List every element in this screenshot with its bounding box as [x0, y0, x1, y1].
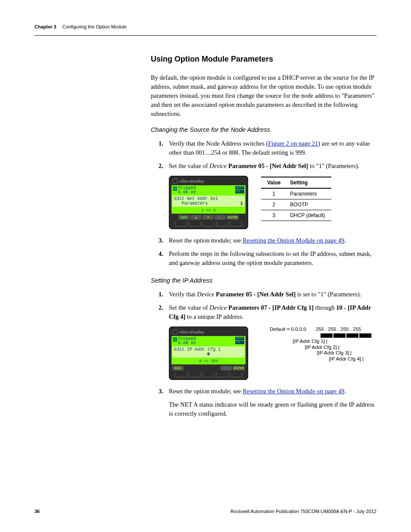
header-rule: [34, 35, 377, 36]
table-row: 1Parameters: [261, 188, 331, 199]
edit-panel: Edit IP Addr Cfg 1 0: [172, 346, 245, 358]
badge-auto: AUTO: [235, 186, 244, 190]
section-heading: Using Option Module Parameters: [151, 55, 377, 64]
him-brand-row: Allen-Bradley: [171, 329, 246, 336]
running-header: Chapter 3 Configuring the Option Module: [34, 24, 377, 29]
him-screen: Stopped 0.00 Hz AUTO F 0 Edit Net Addr S…: [171, 185, 246, 214]
ip-cfg-1-label: [IP Addr Cfg 1]: [270, 339, 325, 345]
nav-range: 0 << 255: [171, 358, 246, 364]
figure-2-link[interactable]: Figure 2 on page 21: [268, 140, 318, 147]
ip-cfg-4-label: [IP Addr Cfg 4]: [270, 356, 361, 362]
subsection-heading-ip-address: Setting the IP Address: [151, 277, 377, 284]
step-2: Set the value of Device Parameters 07 - …: [159, 303, 377, 321]
col-value: Value: [261, 177, 286, 188]
step-1: Verify that Device Parameter 05 - [Net A…: [159, 290, 377, 299]
steps-list-2b: Reset the option module; see Resetting t…: [159, 387, 377, 418]
phys-key: [202, 222, 215, 227]
nav-range: 1 << 3: [171, 208, 246, 214]
step-3: Reset the option module; see Resetting t…: [159, 387, 377, 418]
page: Chapter 3 Configuring the Option Module …: [0, 0, 411, 532]
page-footer: 36 Rockwell Automation Publication 750CO…: [34, 509, 377, 514]
badge-f0: F 0: [235, 341, 244, 344]
main-content: Using Option Module Parameters By defaul…: [151, 55, 377, 418]
down-button[interactable]: ▼: [202, 215, 214, 220]
phys-key: [175, 373, 187, 377]
esc-button[interactable]: ESC: [178, 215, 190, 220]
panel-line-1: Edit Net Addr Sel: [174, 196, 243, 201]
brand-label: Allen-Bradley: [179, 179, 204, 184]
step-2: Set the value of Device Parameter 05 - […: [159, 162, 377, 171]
freq-text: 0.00 Hz: [178, 341, 196, 345]
phys-key: [230, 373, 242, 377]
subsection-heading-node-address: Changing the Source for the Node Address: [151, 126, 377, 133]
left-button[interactable]: ←: [215, 215, 226, 220]
him-physical-keys: [171, 220, 246, 227]
ip-cfg-3-label: [IP Addr Cfg 3]: [270, 350, 349, 356]
him-device-2: Allen-Bradley Stopped 0.00 Hz AUTO: [169, 327, 248, 380]
status-icon: [173, 337, 177, 342]
ip-address-diagram: Default = 0.0.0.0 255 . 255 . 255 . 255 …: [261, 327, 371, 362]
step-3-note: The NET A status indicator will be stead…: [169, 400, 377, 418]
default-label: Default = 0.0.0.0: [270, 327, 306, 333]
status-icon: [173, 187, 177, 191]
brand-logo-icon: [172, 329, 178, 335]
step-4: Perform the steps in the following subse…: [159, 249, 377, 268]
reset-module-link-2[interactable]: Resetting the Option Module on page 49: [243, 388, 344, 395]
figure-row-2: Allen-Bradley Stopped 0.00 Hz AUTO: [169, 327, 377, 380]
him-softkeys: ESC ← ENTER: [171, 364, 246, 371]
step-3: Reset the option module; see Resetting t…: [159, 236, 377, 245]
table-row: 3DHCP (default): [261, 210, 331, 221]
phys-key: [216, 222, 228, 227]
reset-module-link[interactable]: Resetting the Option Module on page 49: [243, 237, 344, 244]
phys-key: [189, 222, 201, 227]
esc-button[interactable]: ESC: [172, 366, 184, 370]
him-brand-row: Allen-Bradley: [171, 178, 246, 185]
phys-key: [202, 373, 215, 377]
phys-key: [175, 222, 187, 227]
value-setting-table: Value Setting 1Parameters 2BOOTP 3DHCP (…: [261, 177, 331, 221]
him-device-1: Allen-Bradley Stopped 0.00 Hz AUTO: [169, 176, 248, 229]
panel-value: 1: [240, 201, 243, 206]
brand-logo-icon: [172, 178, 178, 184]
col-setting: Setting: [286, 177, 331, 188]
him-screen: Stopped 0.00 Hz AUTO F 0 Edit IP Addr Cf…: [171, 336, 246, 364]
steps-list-1b: Reset the option module; see Resetting t…: [159, 236, 377, 268]
him-physical-keys: [171, 371, 246, 378]
steps-list-1: Verify that the Node Address switches (F…: [159, 139, 377, 171]
figure-row-1: Allen-Bradley Stopped 0.00 Hz AUTO: [169, 176, 377, 229]
step-1: Verify that the Node Address switches (F…: [159, 139, 377, 157]
badge-f0: F 0: [235, 190, 244, 193]
up-button[interactable]: ▲: [190, 215, 202, 220]
max-ip-label: 255 . 255 . 255 . 255: [316, 327, 361, 333]
panel-line-2: Parameters: [174, 201, 208, 206]
phys-key: [189, 373, 201, 377]
freq-text: 0.00 Hz: [178, 190, 196, 195]
steps-list-2: Verify that Device Parameter 05 - [Net A…: [159, 290, 377, 321]
badge-auto: AUTO: [235, 337, 244, 340]
enter-button[interactable]: ENTER: [233, 366, 245, 370]
phys-key: [216, 373, 228, 377]
enter-button[interactable]: ENTER: [227, 215, 239, 220]
chapter-label: Chapter 3: [34, 24, 56, 29]
chapter-title: Configuring the Option Module: [62, 24, 127, 29]
page-number: 36: [34, 509, 40, 514]
intro-paragraph: By default, the option module is configu…: [151, 73, 377, 118]
left-button[interactable]: ←: [221, 366, 232, 370]
panel-line-1: Edit IP Addr Cfg 1: [174, 347, 243, 352]
panel-value: 0: [174, 352, 243, 357]
edit-panel: Edit Net Addr Sel Parameters 1: [172, 196, 245, 207]
phys-key: [230, 222, 242, 227]
him-softkeys: ESC ▲ ▼ ← ENTER: [171, 214, 246, 220]
publication-id: Rockwell Automation Publication 750COM-U…: [230, 509, 377, 514]
table-row: 2BOOTP: [261, 199, 331, 210]
ip-cfg-2-label: [IP Addr Cfg 2]: [270, 345, 337, 351]
brand-label: Allen-Bradley: [179, 330, 204, 334]
